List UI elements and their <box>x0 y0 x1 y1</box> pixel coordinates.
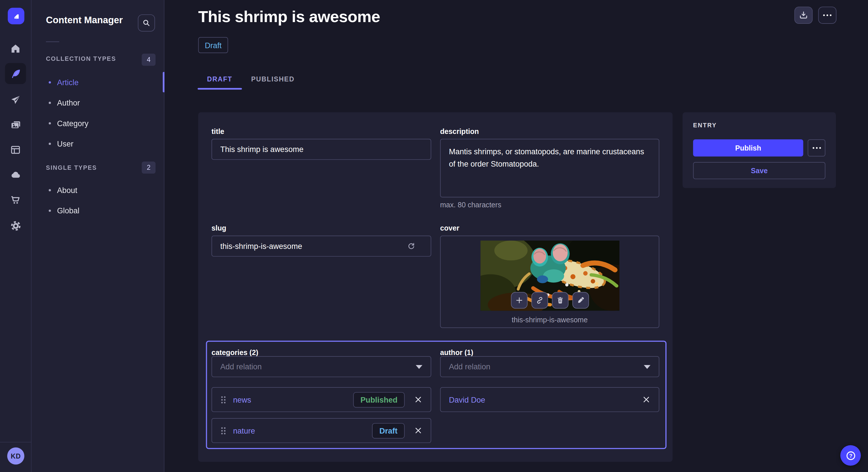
copy-link-button[interactable] <box>531 292 548 308</box>
drag-handle-icon[interactable] <box>220 395 226 405</box>
tab-published[interactable]: PUBLISHED <box>242 69 304 90</box>
description-input[interactable]: Mantis shrimps, or stomatopods, are mari… <box>440 139 659 197</box>
sidebar-item-releases[interactable] <box>5 90 26 110</box>
cover-image <box>480 241 619 311</box>
relations-highlight-box: categories (2) Add relation <box>206 341 666 449</box>
sidebar-item-author[interactable]: Author <box>32 92 164 113</box>
sidebar-divider <box>46 42 59 42</box>
header-more-button[interactable] <box>818 7 836 24</box>
remove-relation-button[interactable] <box>414 427 423 435</box>
search-icon <box>141 18 152 28</box>
chevron-down-icon <box>644 365 650 369</box>
search-button[interactable] <box>138 14 155 32</box>
download-icon <box>798 10 809 21</box>
nav-rail: KD <box>0 0 32 472</box>
remove-relation-button[interactable] <box>642 396 650 404</box>
relation-status-badge: Published <box>353 392 405 407</box>
sidebar: Content Manager COLLECTION TYPES 4 Artic… <box>32 0 164 472</box>
categories-field-label: categories (2) <box>212 348 258 357</box>
cover-filename: this-shrimp-is-awesome <box>441 316 659 324</box>
main-content: This shrimp is awesome Draft DRAFT PUBLI… <box>164 0 868 472</box>
description-field-label: description <box>440 127 479 136</box>
images-icon <box>10 119 22 131</box>
sidebar-item-global[interactable]: Global <box>32 200 164 221</box>
save-button[interactable]: Save <box>693 162 826 179</box>
relation-link-news[interactable]: news <box>233 395 353 404</box>
sidebar-item-article[interactable]: Article <box>32 72 164 92</box>
remove-relation-button[interactable] <box>414 396 423 404</box>
bullet-icon <box>49 209 51 212</box>
sidebar-item-deploy[interactable] <box>5 164 26 185</box>
author-field-label: author (1) <box>440 348 473 357</box>
tab-draft[interactable]: DRAFT <box>198 69 242 90</box>
title-field-label: title <box>212 127 224 136</box>
bullet-icon <box>49 189 51 191</box>
bullet-icon <box>49 122 51 124</box>
rail-divider <box>0 442 31 442</box>
slug-input[interactable] <box>212 236 431 257</box>
relation-row-david-doe: David Doe <box>440 387 659 412</box>
drag-handle-icon[interactable] <box>220 426 226 436</box>
status-badge: Draft <box>198 37 228 53</box>
svg-text:?: ? <box>849 452 852 459</box>
collection-types-count-badge: 4 <box>142 54 156 66</box>
cart-icon <box>10 195 21 206</box>
regenerate-slug-button[interactable] <box>406 241 416 251</box>
ellipsis-icon <box>812 147 820 149</box>
sidebar-item-label: Article <box>57 78 79 87</box>
ellipsis-icon <box>823 14 832 16</box>
sidebar-item-marketplace[interactable] <box>5 190 26 211</box>
sidebar-title: Content Manager <box>46 15 123 26</box>
cover-actions <box>511 292 589 308</box>
edit-form-card: title description Mantis shrimps, or sto… <box>198 112 673 462</box>
combobox-placeholder: Add relation <box>449 362 644 371</box>
refresh-icon <box>406 241 416 251</box>
user-avatar[interactable]: KD <box>7 447 24 465</box>
home-icon <box>10 43 21 54</box>
edit-asset-button[interactable] <box>572 292 589 308</box>
plus-icon <box>515 296 524 305</box>
help-button[interactable]: ? <box>840 445 861 466</box>
paper-plane-icon <box>10 95 21 106</box>
cloud-icon <box>10 169 22 181</box>
sidebar-item-label: Category <box>57 119 89 128</box>
sidebar-item-media-library[interactable] <box>5 114 26 135</box>
bullet-icon <box>49 102 51 104</box>
feather-icon <box>10 68 22 79</box>
sidebar-item-home[interactable] <box>5 38 26 59</box>
export-button[interactable] <box>795 7 813 24</box>
relation-link-david-doe[interactable]: David Doe <box>449 395 632 404</box>
sidebar-item-category[interactable]: Category <box>32 113 164 133</box>
sidebar-item-content-type-builder[interactable] <box>5 139 26 160</box>
sidebar-item-about[interactable]: About <box>32 180 164 200</box>
cover-field: this-shrimp-is-awesome <box>440 236 659 328</box>
entry-panel: ENTRY Publish Save <box>683 112 836 188</box>
title-input[interactable] <box>212 139 431 160</box>
sidebar-item-label: About <box>57 186 78 194</box>
relation-row-news: news Published <box>212 387 431 412</box>
entry-more-button[interactable] <box>808 139 826 157</box>
strapi-logo-icon <box>11 11 21 21</box>
page-title: This shrimp is awesome <box>198 8 380 26</box>
section-label-collection-types: COLLECTION TYPES <box>46 55 116 62</box>
bullet-icon <box>49 142 51 145</box>
section-label-single-types: SINGLE TYPES <box>46 164 97 171</box>
entry-panel-title: ENTRY <box>693 122 717 128</box>
add-asset-button[interactable] <box>511 292 528 308</box>
sidebar-item-settings[interactable] <box>5 215 26 236</box>
sidebar-item-label: Author <box>57 98 80 107</box>
sidebar-item-user[interactable]: User <box>32 133 164 154</box>
delete-asset-button[interactable] <box>552 292 569 308</box>
close-icon <box>414 427 423 435</box>
author-add-relation-combobox[interactable]: Add relation <box>440 356 659 377</box>
strapi-logo[interactable] <box>8 8 24 24</box>
combobox-placeholder: Add relation <box>220 362 416 371</box>
trash-icon <box>556 296 565 305</box>
sidebar-item-content-manager[interactable] <box>5 63 26 84</box>
relation-row-nature: nature Draft <box>212 418 431 443</box>
relation-link-nature[interactable]: nature <box>233 426 372 435</box>
categories-add-relation-combobox[interactable]: Add relation <box>212 356 431 377</box>
question-mark-icon: ? <box>844 449 857 461</box>
version-tabs: DRAFT PUBLISHED <box>198 69 304 90</box>
publish-button[interactable]: Publish <box>693 139 803 157</box>
